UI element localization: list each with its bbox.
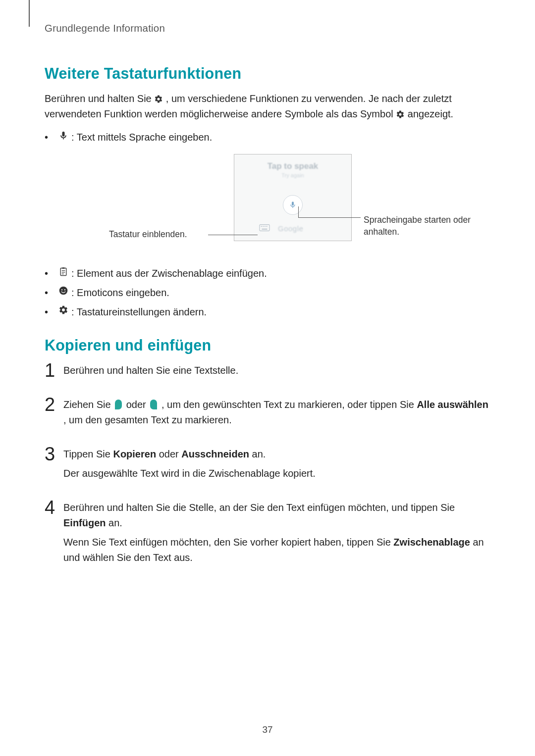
bold-label: Zwischenablage	[393, 537, 470, 548]
microphone-icon	[58, 130, 68, 141]
step-2: 2 Ziehen Sie oder , um den gewünschten T…	[45, 397, 490, 432]
bold-label: Einfügen	[63, 517, 106, 528]
selection-handle-right-icon	[150, 400, 157, 409]
running-head: Grundlegende Information	[45, 22, 490, 34]
tap-to-speak-label: Tap to speak	[234, 161, 351, 171]
step-text: Berühren und halten Sie die Stelle, an d…	[63, 500, 490, 531]
bullet-marker: •	[45, 130, 58, 145]
t: Berühren und halten Sie die Stelle, an d…	[63, 502, 455, 513]
step-number: 1	[45, 361, 63, 380]
t: an.	[252, 449, 266, 459]
bullet-marker: •	[45, 304, 58, 320]
clipboard-icon	[58, 266, 68, 277]
step-1: 1 Berühren und halten Sie eine Textstell…	[45, 363, 490, 382]
gear-icon	[396, 110, 405, 119]
step-subtext: Wenn Sie Text einfügen möchten, den Sie …	[63, 535, 490, 565]
step-body: Berühren und halten Sie die Stelle, an d…	[63, 500, 490, 569]
selection-handle-left-icon	[115, 400, 122, 409]
intro-text-1: Berühren und halten Sie	[45, 93, 154, 104]
margin-rule	[29, 0, 30, 27]
bold-label: Kopieren	[113, 449, 156, 459]
smiley-icon	[58, 286, 68, 296]
svg-point-13	[64, 289, 65, 290]
bullet-marker: •	[45, 266, 58, 281]
phone-screen: Tap to speak Try again Google	[234, 154, 352, 241]
svg-rect-0	[260, 225, 269, 231]
step-number: 4	[45, 498, 63, 517]
bullet-mic: • : Text mittels Sprache eingeben.	[45, 130, 490, 145]
leader-line-right-v	[298, 206, 299, 218]
manual-page: Grundlegende Information Weitere Tastatu…	[0, 0, 535, 756]
step-subtext: Der ausgewählte Text wird in die Zwische…	[63, 466, 490, 481]
t: oder	[126, 399, 149, 410]
mic-button	[283, 195, 303, 215]
section-heading-keyboard-functions: Weitere Tastaturfunktionen	[45, 65, 490, 82]
t: Ziehen Sie	[63, 399, 113, 410]
bullet-emoji: • : Emoticons eingeben.	[45, 285, 490, 301]
t: , um den gesamten Text zu markieren.	[63, 414, 232, 425]
intro-text-3: angezeigt.	[408, 108, 453, 119]
bullet-clipboard: • : Element aus der Zwischenablage einfü…	[45, 266, 490, 281]
step-4: 4 Berühren und halten Sie die Stelle, an…	[45, 500, 490, 569]
svg-rect-2	[263, 226, 264, 227]
t: Wenn Sie Text einfügen möchten, den Sie …	[63, 537, 393, 548]
bullet-marker: •	[45, 285, 58, 301]
keyboard-icon	[259, 224, 270, 232]
gear-icon	[154, 95, 163, 103]
steps-list: 1 Berühren und halten Sie eine Textstell…	[45, 363, 490, 569]
leader-line-right-h	[298, 217, 361, 218]
svg-rect-1	[261, 226, 262, 227]
step-number: 2	[45, 395, 63, 414]
gear-icon	[58, 305, 68, 315]
svg-rect-6	[60, 268, 66, 276]
microphone-icon	[289, 201, 297, 209]
bold-label: Ausschneiden	[181, 449, 249, 459]
bold-label: Alle auswählen	[417, 399, 488, 410]
bullet-settings: • : Tastatureinstellungen ändern.	[45, 304, 490, 320]
step-body: Berühren und halten Sie eine Textstelle.	[63, 363, 490, 382]
step-text: Berühren und halten Sie eine Textstelle.	[63, 363, 490, 378]
leader-line-left	[208, 235, 258, 235]
step-text: Ziehen Sie oder , um den gewünschten Tex…	[63, 397, 490, 428]
step-body: Tippen Sie Kopieren oder Ausschneiden an…	[63, 447, 490, 485]
step-3: 3 Tippen Sie Kopieren oder Ausschneiden …	[45, 447, 490, 485]
intro-paragraph: Berühren und halten Sie , um verschieden…	[45, 91, 490, 122]
page-number: 37	[0, 724, 535, 735]
callout-show-keyboard: Tastatur einblenden.	[109, 229, 187, 240]
svg-rect-7	[62, 267, 65, 269]
bullet-text: : Element aus der Zwischenablage einfüge…	[71, 266, 490, 281]
callout-start-stop-voice: Spracheingabe starten oder anhalten.	[364, 214, 492, 238]
svg-point-11	[59, 287, 68, 295]
step-number: 3	[45, 445, 63, 463]
try-again-label: Try again	[234, 172, 351, 178]
bullet-text: : Text mittels Sprache eingeben.	[71, 130, 490, 145]
t: oder	[159, 449, 182, 459]
bullet-text: : Emoticons eingeben.	[71, 285, 490, 301]
bullet-list-top: • : Text mittels Sprache eingeben.	[45, 130, 490, 145]
voice-input-figure: Tap to speak Try again Google Tastatur e…	[45, 154, 490, 253]
section-heading-copy-paste: Kopieren und einfügen	[45, 337, 490, 354]
step-text: Tippen Sie Kopieren oder Ausschneiden an…	[63, 447, 490, 462]
t: , um den gewünschten Text zu markieren, …	[161, 399, 417, 410]
svg-rect-3	[265, 226, 266, 227]
google-label: Google	[278, 224, 303, 233]
svg-rect-4	[267, 226, 268, 227]
t: an.	[108, 517, 122, 528]
svg-rect-5	[262, 229, 268, 230]
t: Tippen Sie	[63, 449, 113, 459]
bullet-list-bottom: • : Element aus der Zwischenablage einfü…	[45, 266, 490, 320]
step-body: Ziehen Sie oder , um den gewünschten Tex…	[63, 397, 490, 432]
bullet-text: : Tastatureinstellungen ändern.	[71, 304, 490, 320]
svg-point-12	[61, 289, 62, 290]
